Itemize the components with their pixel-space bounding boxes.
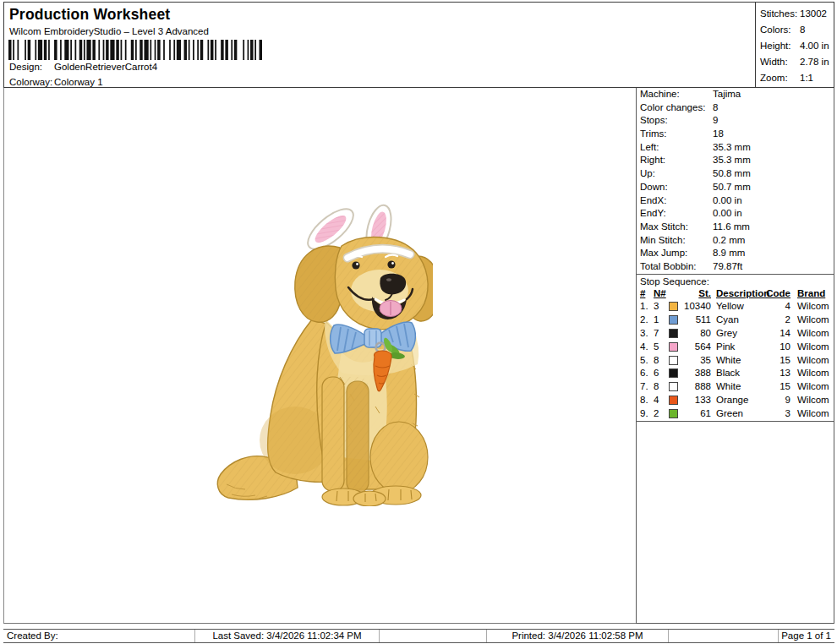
info-label: Right: bbox=[640, 154, 713, 167]
summary-value: 1:1 bbox=[800, 70, 813, 86]
info-label: Max Jump: bbox=[640, 247, 713, 260]
column-header-needle: N# bbox=[654, 287, 669, 301]
needle-num: 8 bbox=[654, 354, 669, 368]
table-row: 3.780Grey14Wilcom bbox=[640, 327, 834, 341]
row-num: 5. bbox=[640, 354, 654, 368]
info-label: Machine: bbox=[640, 88, 713, 101]
thread-brand: Wilcom bbox=[790, 394, 834, 407]
column-header-description: Description bbox=[711, 287, 765, 301]
row-num: 1. bbox=[640, 300, 654, 314]
summary-row-stitches: Stitches:13002 bbox=[760, 6, 834, 22]
thread-code: 14 bbox=[765, 327, 790, 341]
summary-label: Zoom: bbox=[760, 70, 800, 86]
info-row: Max Jump:8.9 mm bbox=[640, 247, 834, 260]
table-row: 4.5564Pink10Wilcom bbox=[640, 341, 834, 354]
swatch-cell bbox=[669, 341, 682, 354]
info-row: Left:35.3 mm bbox=[640, 141, 834, 155]
swatch-cell bbox=[669, 300, 682, 314]
stitch-count: 133 bbox=[682, 394, 711, 407]
stitch-count: 10340 bbox=[682, 300, 711, 314]
thread-brand: Wilcom bbox=[790, 327, 834, 341]
info-label: Total Bobbin: bbox=[640, 260, 713, 274]
swatch-cell bbox=[669, 367, 682, 380]
swatch-cell bbox=[669, 327, 682, 341]
color-swatch bbox=[669, 302, 678, 311]
info-value: 8.9 mm bbox=[713, 247, 834, 260]
design-label: Design: bbox=[9, 62, 54, 72]
stitch-count: 61 bbox=[682, 407, 711, 421]
table-row: 8.4133Orange9Wilcom bbox=[640, 394, 834, 407]
summary-row-colors: Colors:8 bbox=[760, 22, 834, 38]
thread-code: 13 bbox=[765, 367, 790, 380]
needle-num: 1 bbox=[654, 314, 669, 327]
summary-label: Height: bbox=[760, 38, 800, 54]
info-row: Machine:Tajima bbox=[640, 88, 834, 101]
thread-code: 3 bbox=[765, 407, 790, 421]
info-row: Total Bobbin:79.87ft bbox=[640, 260, 834, 274]
thread-brand: Wilcom bbox=[790, 300, 834, 314]
needle-num: 2 bbox=[654, 407, 669, 421]
table-row: 6.6388Black13Wilcom bbox=[640, 367, 834, 380]
color-swatch bbox=[669, 368, 678, 378]
row-num: 6. bbox=[640, 367, 654, 380]
color-description: White bbox=[711, 354, 765, 368]
thread-code: 15 bbox=[765, 380, 790, 394]
color-description: Orange bbox=[711, 394, 765, 407]
stitch-count: 80 bbox=[682, 327, 711, 341]
summary-value: 8 bbox=[800, 22, 805, 38]
thread-code: 10 bbox=[765, 341, 790, 354]
column-header-swatch bbox=[669, 287, 682, 301]
color-description: Green bbox=[711, 407, 765, 421]
footer-spacer bbox=[379, 630, 486, 642]
needle-num: 7 bbox=[654, 327, 669, 341]
info-value: 35.3 mm bbox=[713, 141, 834, 155]
info-value: 11.6 mm bbox=[713, 221, 834, 234]
info-value: 8 bbox=[713, 101, 834, 115]
table-row: 2.1511Cyan2Wilcom bbox=[640, 314, 834, 327]
swatch-cell bbox=[669, 354, 682, 368]
colorway-label: Colorway: bbox=[9, 77, 54, 87]
info-value: 0.2 mm bbox=[713, 234, 834, 248]
machine-info-panel: Machine:Tajima Color changes:8 Stops:9 T… bbox=[636, 88, 834, 624]
info-label: Max Stitch: bbox=[640, 221, 713, 234]
info-label: EndY: bbox=[640, 207, 713, 221]
thread-brand: Wilcom bbox=[790, 341, 834, 354]
stitch-count: 888 bbox=[682, 380, 711, 394]
info-label: Down: bbox=[640, 181, 713, 194]
info-value: 79.87ft bbox=[713, 260, 834, 274]
table-row: 9.261Green3Wilcom bbox=[640, 407, 834, 421]
info-value: 50.7 mm bbox=[713, 181, 834, 194]
thread-brand: Wilcom bbox=[790, 354, 834, 368]
needle-num: 3 bbox=[654, 300, 669, 314]
production-worksheet-page: Production Worksheet Wilcom EmbroiderySt… bbox=[0, 0, 837, 644]
thread-brand: Wilcom bbox=[790, 407, 834, 421]
color-swatch bbox=[669, 409, 678, 418]
thread-code: 4 bbox=[765, 300, 790, 314]
row-num: 3. bbox=[640, 327, 654, 341]
thread-brand: Wilcom bbox=[790, 380, 834, 394]
header: Production Worksheet Wilcom EmbroiderySt… bbox=[3, 2, 755, 88]
thread-brand: Wilcom bbox=[790, 314, 834, 327]
color-description: White bbox=[711, 380, 765, 394]
stitch-count: 564 bbox=[682, 341, 711, 354]
needle-num: 8 bbox=[654, 380, 669, 394]
info-value: 18 bbox=[713, 128, 834, 141]
swatch-cell bbox=[669, 314, 682, 327]
footer: Created By: Last Saved: 3/4/2026 11:02:3… bbox=[3, 629, 834, 643]
swatch-cell bbox=[669, 380, 682, 394]
stop-sequence-header: # N# St. Description Code Brand bbox=[640, 287, 834, 301]
info-label: Trims: bbox=[640, 128, 713, 141]
barcode bbox=[8, 40, 262, 60]
summary-row-zoom: Zoom:1:1 bbox=[760, 70, 834, 86]
last-saved: Last Saved: 3/4/2026 11:02:34 PM bbox=[194, 630, 379, 642]
swatch-cell bbox=[669, 407, 682, 421]
info-value: 0.00 in bbox=[713, 194, 834, 208]
design-preview bbox=[215, 204, 433, 506]
color-description: Cyan bbox=[711, 314, 765, 327]
color-swatch bbox=[669, 342, 678, 352]
printed-timestamp: Printed: 3/4/2026 11:02:58 PM bbox=[486, 630, 668, 642]
summary-label: Colors: bbox=[760, 22, 800, 38]
row-num: 9. bbox=[640, 407, 654, 421]
color-swatch bbox=[669, 356, 678, 365]
thread-code: 9 bbox=[765, 394, 790, 407]
